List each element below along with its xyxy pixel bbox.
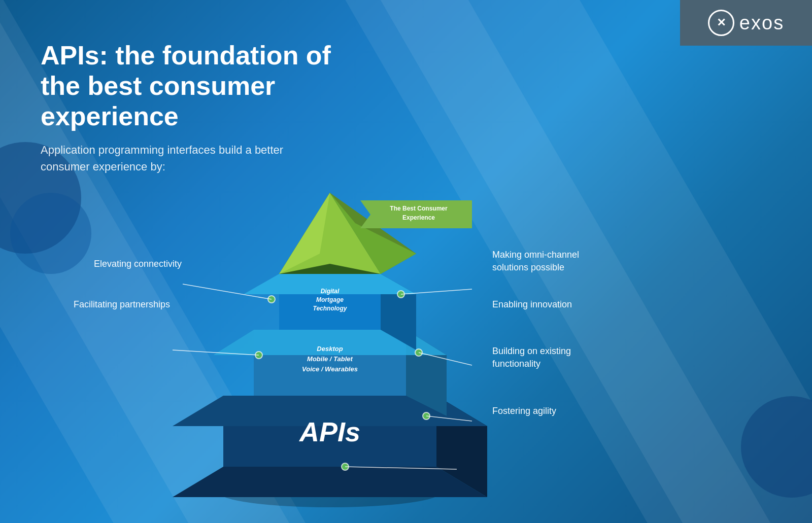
annotation-building-functionality: Building on existingfunctionality	[492, 345, 571, 370]
svg-text:Mobile / Tablet: Mobile / Tablet	[307, 355, 353, 363]
pyramid-svg: APIs Desktop Mobile / Tablet Voice / Wea…	[142, 132, 507, 497]
svg-text:Desktop: Desktop	[317, 345, 343, 353]
svg-text:Mortgage: Mortgage	[316, 296, 344, 303]
svg-text:APIs: APIs	[298, 416, 360, 447]
annotation-fostering-agility: Fostering agility	[492, 406, 556, 416]
main-title: APIs: the foundation of the best consume…	[41, 41, 335, 131]
svg-text:Digital: Digital	[321, 288, 340, 295]
annotation-omni-channel: Making omni-channelsolutions possible	[492, 249, 579, 274]
svg-text:Experience: Experience	[402, 214, 435, 221]
circle-decor-left-2	[10, 193, 91, 274]
svg-marker-1	[173, 467, 487, 497]
annotation-facilitating-partnerships: Facilitating partnerships	[74, 299, 170, 310]
svg-text:Technology: Technology	[313, 305, 348, 312]
logo-icon	[708, 10, 734, 36]
svg-text:The Best Consumer: The Best Consumer	[390, 205, 448, 212]
annotation-enabling-innovation: Enabling innovation	[492, 299, 572, 310]
svg-text:Voice / Wearables: Voice / Wearables	[302, 365, 358, 373]
annotation-elevating-connectivity: Elevating connectivity	[94, 259, 182, 269]
logo-area: exos	[680, 0, 812, 46]
logo-text: exos	[739, 12, 784, 34]
